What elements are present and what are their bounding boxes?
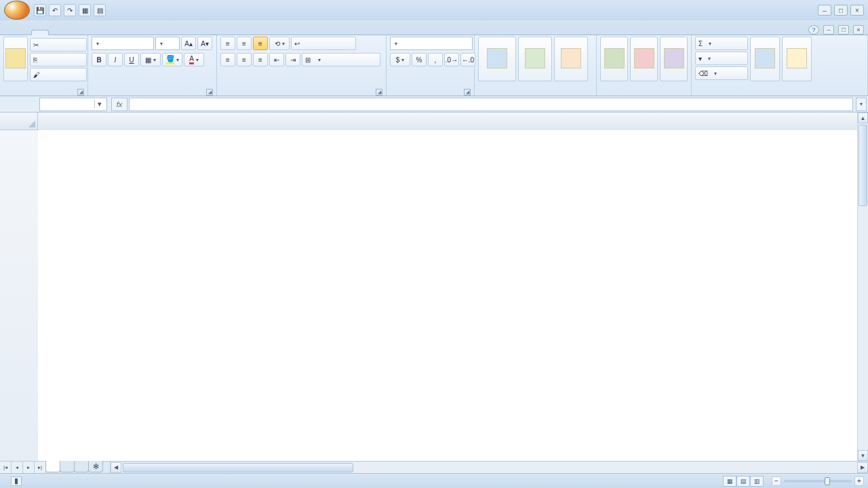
- vertical-scrollbar[interactable]: ▲ ▼: [857, 113, 868, 461]
- wrap-text-button[interactable]: ↩: [291, 37, 356, 50]
- conditional-formatting-button[interactable]: [478, 37, 516, 81]
- page-break-view-button[interactable]: ▥: [750, 476, 764, 487]
- redo-icon[interactable]: ↷: [64, 4, 76, 16]
- zoom-out-button[interactable]: −: [772, 476, 781, 486]
- sheet-tab-1[interactable]: [45, 461, 60, 472]
- tab-review[interactable]: [121, 30, 137, 35]
- font-dialog-launcher[interactable]: ◢: [206, 89, 213, 96]
- underline-button[interactable]: U: [124, 53, 139, 66]
- alignment-dialog-launcher[interactable]: ◢: [376, 89, 382, 96]
- scroll-up-button[interactable]: ▲: [858, 113, 868, 123]
- scroll-right-button[interactable]: ▶: [857, 462, 868, 473]
- formula-bar-expand-button[interactable]: ▾: [856, 98, 867, 111]
- orientation-button[interactable]: ⟲: [269, 37, 290, 50]
- sheet-nav-first[interactable]: |◂: [0, 462, 12, 473]
- tab-page-layout[interactable]: [68, 30, 84, 35]
- scroll-down-button[interactable]: ▼: [858, 450, 868, 461]
- font-name-select[interactable]: [92, 37, 154, 50]
- find-select-button[interactable]: [782, 37, 812, 81]
- bold-button[interactable]: B: [92, 53, 106, 66]
- save-icon[interactable]: 💾: [34, 4, 46, 16]
- cell-styles-button[interactable]: [554, 37, 588, 81]
- tab-home[interactable]: [31, 30, 49, 35]
- hscroll-thumb[interactable]: [123, 463, 353, 472]
- tab-developer[interactable]: [156, 30, 172, 35]
- sheet-nav-last[interactable]: ▸|: [35, 462, 46, 473]
- percent-button[interactable]: %: [412, 53, 427, 66]
- select-all-corner[interactable]: [0, 113, 38, 130]
- delete-cells-button[interactable]: [630, 37, 658, 81]
- comma-style-button[interactable]: ,: [428, 53, 443, 66]
- help-icon[interactable]: ?: [808, 25, 819, 35]
- fill-color-button[interactable]: 🪣: [162, 53, 182, 66]
- sheet-tab-2[interactable]: [60, 461, 75, 472]
- number-format-select[interactable]: [390, 37, 473, 50]
- align-top-button[interactable]: ≡: [220, 37, 235, 50]
- sheet-tab-3[interactable]: [74, 461, 89, 472]
- sort-filter-button[interactable]: [750, 37, 780, 81]
- insert-function-button[interactable]: fx: [111, 98, 127, 111]
- copy-button[interactable]: ⎘: [30, 53, 87, 66]
- format-painter-button[interactable]: 🖌: [30, 68, 87, 81]
- vscroll-thumb[interactable]: [859, 125, 867, 206]
- sheet-nav-next[interactable]: ▸: [23, 462, 35, 473]
- zoom-slider[interactable]: [784, 480, 852, 483]
- align-center-button[interactable]: ≡: [237, 53, 252, 66]
- normal-view-button[interactable]: ▦: [723, 476, 736, 487]
- decrease-indent-button[interactable]: ⇤: [269, 53, 284, 66]
- fill-button[interactable]: ▾: [695, 52, 748, 65]
- qat-custom-icon[interactable]: ▦: [79, 4, 91, 16]
- zoom-in-button[interactable]: +: [854, 476, 864, 486]
- merge-center-button[interactable]: ⊞: [302, 53, 380, 66]
- cut-button[interactable]: ✂: [30, 38, 87, 52]
- autosum-button[interactable]: Σ: [695, 37, 748, 50]
- close-button[interactable]: ×: [850, 5, 864, 16]
- decrease-decimal-button[interactable]: ←.0: [460, 53, 475, 66]
- cell-grid[interactable]: [38, 130, 857, 461]
- border-button[interactable]: ▦: [140, 53, 161, 66]
- ribbon-minimize-button[interactable]: –: [823, 25, 834, 35]
- align-left-button[interactable]: ≡: [220, 53, 235, 66]
- namebox-dropdown-icon[interactable]: ▾: [94, 100, 104, 108]
- office-button[interactable]: [4, 1, 30, 20]
- font-color-button[interactable]: A: [184, 53, 204, 66]
- font-size-select[interactable]: [155, 37, 180, 50]
- accounting-format-button[interactable]: $: [390, 53, 410, 66]
- clipboard-dialog-launcher[interactable]: ◢: [77, 89, 84, 96]
- worksheet-area: ▲ ▼ |◂ ◂ ▸ ▸| ✻ ◀ ▶: [0, 113, 868, 473]
- new-sheet-button[interactable]: ✻: [88, 461, 103, 472]
- align-middle-button[interactable]: ≡: [237, 37, 252, 50]
- name-box[interactable]: ▾: [39, 98, 107, 111]
- page-layout-view-button[interactable]: ▤: [736, 476, 750, 487]
- macro-record-icon[interactable]: ▮: [11, 476, 22, 486]
- increase-decimal-button[interactable]: .0→: [444, 53, 459, 66]
- ribbon-close-button[interactable]: ×: [853, 25, 864, 35]
- align-right-button[interactable]: ≡: [253, 53, 268, 66]
- maximize-button[interactable]: □: [834, 5, 848, 16]
- tab-data[interactable]: [103, 30, 119, 35]
- tab-view[interactable]: [138, 30, 155, 35]
- sheet-nav-prev[interactable]: ◂: [12, 462, 23, 473]
- increase-font-button[interactable]: A▴: [181, 37, 196, 50]
- qat-custom2-icon[interactable]: ▤: [94, 4, 106, 16]
- scroll-left-button[interactable]: ◀: [111, 462, 121, 473]
- tab-formulas[interactable]: [85, 30, 102, 35]
- format-cells-button[interactable]: [660, 37, 688, 81]
- undo-icon[interactable]: ↶: [49, 4, 61, 16]
- paste-button[interactable]: [3, 37, 28, 81]
- insert-cells-button[interactable]: [600, 37, 628, 81]
- number-dialog-launcher[interactable]: ◢: [464, 89, 471, 96]
- tab-insert[interactable]: [50, 30, 66, 35]
- increase-indent-button[interactable]: ⇥: [285, 53, 300, 66]
- clear-button[interactable]: ⌫: [695, 66, 748, 80]
- ribbon-restore-button[interactable]: □: [838, 25, 849, 35]
- formula-bar[interactable]: [129, 98, 853, 111]
- decrease-font-button[interactable]: A▾: [197, 37, 212, 50]
- minimize-button[interactable]: –: [818, 5, 831, 16]
- italic-button[interactable]: I: [108, 53, 123, 66]
- ribbon-tabs: ? – □ ×: [0, 20, 868, 35]
- horizontal-scrollbar[interactable]: ◀ ▶: [110, 462, 868, 473]
- align-bottom-button[interactable]: ≡: [253, 37, 268, 50]
- find-icon: [787, 48, 807, 68]
- format-as-table-button[interactable]: [518, 37, 552, 81]
